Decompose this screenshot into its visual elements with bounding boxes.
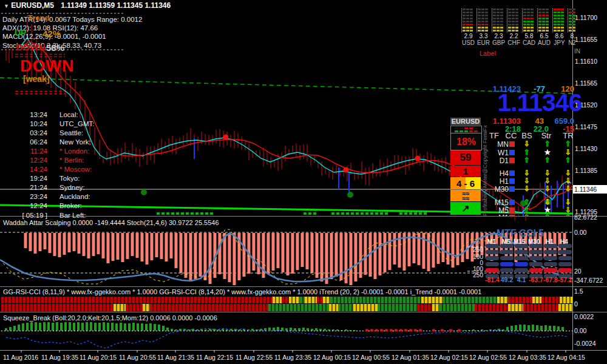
led-row xyxy=(569,12,575,14)
clock-row: 23:24Auckland: xyxy=(17,192,95,201)
time-label: 12 Aug 00:55 xyxy=(352,354,390,361)
clock-label: Sydney: xyxy=(59,184,85,191)
clock-time: 21:24 xyxy=(17,184,47,191)
gg-stripe-fast xyxy=(1,297,572,303)
gg-segment xyxy=(1,297,273,303)
led-cell xyxy=(523,21,526,22)
led-cell xyxy=(470,30,473,32)
led-cell xyxy=(531,15,534,16)
led-cell xyxy=(508,24,511,25)
led-cell xyxy=(527,27,530,29)
mtf-cci-author: cja xyxy=(473,239,481,245)
led-cell xyxy=(497,12,500,13)
time-label: 11 Aug 20:15 xyxy=(80,354,117,361)
gg-segment xyxy=(114,304,126,311)
strength-column: 3.3EUR xyxy=(476,8,490,46)
led-cell xyxy=(523,8,526,10)
time-label: 11 Aug 19:35 xyxy=(41,354,78,361)
tf-row: D1⇧⇧⇧ xyxy=(449,157,574,164)
clock-time: 23:24 xyxy=(17,193,47,200)
led-cell xyxy=(531,27,534,29)
time-label: 12 Aug 03:35 xyxy=(509,354,546,361)
led-cell xyxy=(527,24,530,25)
gg-segment xyxy=(417,304,432,311)
led-row xyxy=(463,30,475,32)
led-cell xyxy=(481,27,484,29)
down-arrow-icon: ⇩ xyxy=(563,149,573,156)
led-cell xyxy=(546,30,549,32)
strength-led-grid xyxy=(537,8,551,32)
led-row xyxy=(554,27,566,29)
led-cell xyxy=(481,12,484,13)
led-cell xyxy=(463,12,466,13)
strength-value: 3.3 xyxy=(476,33,490,39)
mtf-cci-title: MTF CCI 5 xyxy=(497,228,544,239)
led-cell xyxy=(470,18,473,19)
led-cell xyxy=(527,18,530,19)
strength-column: 8.0NZD xyxy=(568,8,575,46)
gg-segment xyxy=(558,304,572,311)
led-cell xyxy=(546,8,549,10)
time-label: 11 Aug 20:55 xyxy=(119,354,156,361)
led-cell xyxy=(557,8,560,10)
time-label: 12 Aug 00:15 xyxy=(313,354,351,361)
led-cell xyxy=(569,15,572,16)
time-label: 12 Aug 02:15 xyxy=(430,354,468,361)
mtf-cell xyxy=(500,256,514,260)
led-row xyxy=(478,18,490,20)
led-row xyxy=(554,30,566,32)
led-cell xyxy=(561,30,564,32)
led-cell xyxy=(572,21,575,22)
gg-segment xyxy=(289,297,300,303)
gg-segment xyxy=(323,297,330,303)
strength-column: 8.6JPY xyxy=(552,8,566,46)
cc-square-icon xyxy=(509,215,515,216)
led-cell xyxy=(542,21,545,22)
strength-column: 2.3GBP xyxy=(492,8,506,46)
trend-strength-label: [weak] xyxy=(23,74,50,84)
led-cell xyxy=(569,8,572,10)
led-cell xyxy=(478,21,481,22)
strength-code: GBP xyxy=(492,39,506,46)
led-cell xyxy=(572,30,575,32)
led-cell xyxy=(515,8,518,10)
led-row xyxy=(554,8,566,11)
gg-segment xyxy=(378,304,417,311)
gg-segment xyxy=(282,297,289,303)
led-row xyxy=(508,21,521,23)
price-tick: 1.11565 xyxy=(575,79,597,87)
led-cell xyxy=(538,30,541,32)
tf-row: H1⇩⇩⇩ xyxy=(449,177,574,185)
led-cell xyxy=(569,30,572,32)
clock-time: 12:24 xyxy=(17,157,47,164)
led-row xyxy=(493,12,506,14)
clock-time: 13:24 xyxy=(17,111,47,118)
led-cell xyxy=(561,15,564,16)
led-cell xyxy=(466,8,469,10)
led-cell xyxy=(546,18,549,19)
led-cell xyxy=(500,27,503,29)
strength-led-grid xyxy=(461,8,475,32)
clock-row: 11:24* London: xyxy=(17,146,95,155)
mtf-cell xyxy=(558,268,572,272)
led-cell xyxy=(542,12,545,13)
strength-led-grid xyxy=(522,8,536,32)
dropdown-icon[interactable]: ▼ xyxy=(4,3,9,9)
led-cell xyxy=(493,24,496,25)
led-cell xyxy=(512,18,515,19)
led-cell xyxy=(554,15,557,16)
led-row xyxy=(508,12,521,14)
led-row xyxy=(523,8,536,11)
clock-row: 19:24Tokyo: xyxy=(17,174,95,183)
led-cell xyxy=(478,30,481,32)
led-cell xyxy=(572,18,575,19)
gg-segment xyxy=(268,304,329,311)
led-cell xyxy=(512,30,515,32)
gg-segment xyxy=(560,297,572,303)
led-row xyxy=(463,15,475,17)
led-row xyxy=(493,24,506,26)
tf-row: H4⇩⇩⇩ xyxy=(449,169,574,177)
led-cell xyxy=(497,27,500,29)
mtf-cci-panel: MTF CCI 5 cja M1M5M15M30H1H4250100010025… xyxy=(466,228,575,285)
led-row xyxy=(508,15,521,17)
